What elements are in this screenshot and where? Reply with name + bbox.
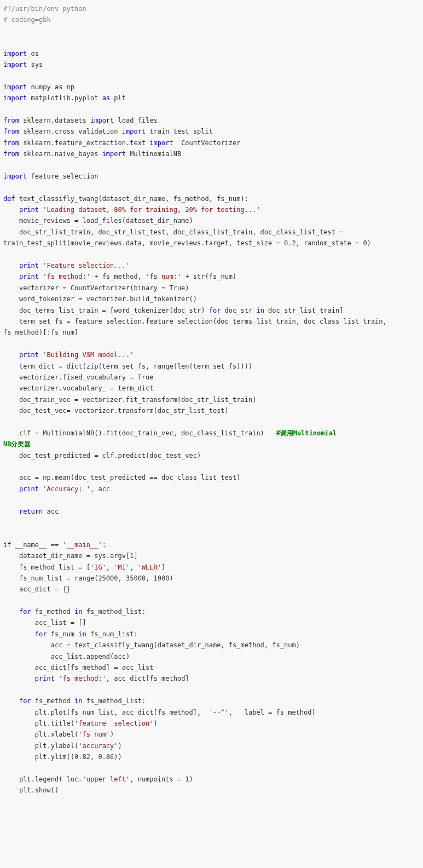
line-xl: plt.xlabel( [3, 731, 78, 738]
imp-loadfiles: load_files [114, 117, 157, 124]
kw-import: import [102, 150, 126, 158]
comment-coding: # coding=gbk [3, 16, 51, 24]
kw-import: import [3, 61, 27, 68]
line-fml1: fs_method_list = [ [3, 564, 90, 571]
close-paren: ) [118, 742, 122, 750]
str-fs: 'Feature selection...' [43, 262, 130, 269]
alias-np: np [62, 83, 74, 91]
kw-for: for [35, 630, 47, 638]
indent [3, 697, 19, 705]
line-tok: word_tokenizer = vectorizer.build_tokeni… [3, 295, 197, 303]
mod-os: os [27, 50, 39, 58]
kw-from: from [3, 117, 19, 124]
close-paren: ) [154, 720, 158, 727]
for2b: fs_num_list: [86, 630, 138, 638]
imp-mnb: MultinomialNB [126, 150, 181, 158]
str-yl: 'accuracy' [78, 742, 118, 750]
line-ddn: dataset_dir_name = sys.argv[1] [3, 552, 138, 560]
line-call: acc = text_classifly_twang(dataset_dir_n… [3, 641, 300, 649]
kw-from: from [3, 139, 19, 147]
line-pred: doc_test_predicted = clf.predict(doc_tes… [3, 452, 201, 459]
mod-nb: sklearn.naive_bayes [19, 150, 102, 158]
line-title: plt.title( [3, 720, 74, 727]
alias-plt: plt [110, 94, 126, 102]
mod-numpy: numpy [27, 83, 55, 91]
for1b: fs_method_list: [83, 697, 146, 705]
kw-import: import [149, 139, 173, 147]
line-plot2: , label = fs_method) [229, 709, 316, 716]
kw-print: print [19, 485, 39, 493]
comment-shebang: #!/usr/bin/env python [3, 5, 86, 13]
kw-print: print [35, 675, 55, 682]
kw-print: print [19, 206, 39, 214]
kw-import: import [122, 128, 146, 135]
line-yl: plt.ylabel( [3, 742, 78, 750]
str-ig: 'IG' [90, 564, 106, 571]
mod-fe: sklearn.feature_extraction.text [19, 139, 149, 147]
ret-acc: acc [43, 508, 59, 515]
line-show: plt.show() [3, 786, 59, 794]
line-voc: vectorizer.vocabulary_ = term_dict [3, 384, 154, 392]
close-paren: ) [110, 731, 114, 738]
txt-acc2: , acc [90, 485, 110, 493]
line-al: acc_list = [] [3, 619, 86, 626]
kw-def: def [3, 195, 15, 203]
sep: , [130, 564, 137, 571]
kw-in: in [78, 630, 86, 638]
mod-fs: feature_selection [27, 173, 98, 180]
line-dt3: doc_str_list_train] [264, 307, 344, 314]
line-tsf: term_set_fs = feature_selection.feature_… [3, 318, 391, 336]
kw-in: in [74, 697, 82, 705]
kw-import: import [90, 117, 114, 124]
kw-in: in [256, 307, 264, 314]
kw-print: print [19, 273, 39, 280]
kw-as: as [102, 94, 110, 102]
txt-if: __name__ == [11, 541, 62, 549]
str-mi: 'MI' [114, 564, 130, 571]
comment-clf: #调用Multinomial [276, 429, 337, 437]
func-def: text_classifly_twang(dataset_dir_name, f… [15, 195, 248, 203]
indent [3, 262, 19, 269]
line-ylim: plt.ylim((0.82, 0.86)) [3, 753, 122, 761]
line-plot1: plt.plot(fs_num_list, acc_dict[fs_method… [3, 709, 209, 716]
str-wllr: 'WLLR' [138, 564, 161, 571]
indent [3, 351, 19, 359]
str-ul: 'upper left' [83, 775, 130, 783]
str-fm: 'fs method:' [43, 273, 90, 280]
kw-import: import [3, 83, 27, 91]
str-title: 'feature selection' [74, 720, 154, 727]
indent [3, 206, 19, 214]
close-br: ] [161, 564, 165, 571]
indent [3, 273, 19, 280]
kw-import: import [3, 173, 27, 180]
indent [3, 675, 35, 682]
indent [3, 608, 19, 616]
mod-sys: sys [27, 61, 43, 68]
line-dt1: doc_terms_list_train = [word_tokenizer(d… [3, 307, 209, 314]
code-block: #!/usr/bin/env python # coding=gbk impor… [3, 3, 420, 796]
mod-ds: sklearn.datasets [19, 117, 90, 124]
str-acc: 'Accuracy: ' [43, 485, 90, 493]
line-dt2: doc_str [221, 307, 256, 314]
line-fnl: fs_num_list = range(25000, 35000, 1000) [3, 574, 173, 582]
indent [3, 630, 35, 638]
kw-if: if [3, 541, 11, 549]
kw-for: for [19, 697, 31, 705]
kw-for: for [209, 307, 221, 314]
kw-from: from [3, 128, 19, 135]
line-trv: doc_train_vec = vectorizer.fit_transform… [3, 396, 256, 404]
line-app: acc_list.append(acc) [3, 653, 130, 660]
sep: , [106, 564, 114, 571]
kw-for: for [19, 608, 31, 616]
line-tev: doc_test_vec= vectorizer.transform(doc_s… [3, 407, 229, 415]
kw-as: as [55, 83, 62, 91]
txt-pm2: , acc_dict[fs_method] [106, 675, 189, 682]
line-ad2: acc_dict[fs_method] = acc_list [3, 664, 154, 671]
kw-import: import [3, 50, 27, 58]
kw-return: return [19, 508, 43, 515]
line-leg: plt.legend( loc= [3, 775, 83, 783]
for1a: fs_method [31, 697, 74, 705]
txt-pfs: + fs_method, [90, 273, 146, 280]
comment-clf2: NB分类器 [3, 440, 31, 448]
kw-print: print [19, 351, 39, 359]
